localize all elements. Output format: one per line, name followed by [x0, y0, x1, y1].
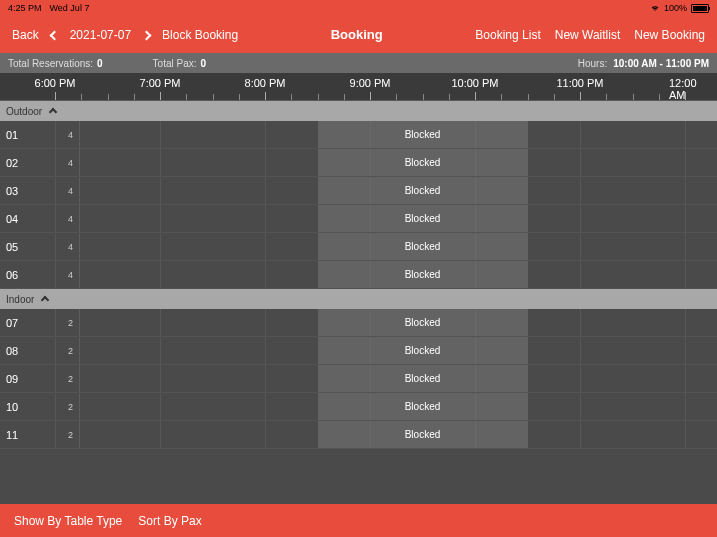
row-label: 082 — [0, 337, 80, 364]
reservations-value: 0 — [97, 58, 103, 69]
row-label: 112 — [0, 421, 80, 448]
blocked-range[interactable]: Blocked — [318, 177, 528, 204]
blocked-range[interactable]: Blocked — [318, 421, 528, 448]
info-bar: Total Reservations: 0 Total Pax: 0 Hours… — [0, 53, 717, 73]
booking-list-button[interactable]: Booking List — [475, 28, 540, 42]
row-label: 034 — [0, 177, 80, 204]
table-capacity: 4 — [68, 242, 73, 252]
status-date: Wed Jul 7 — [50, 3, 90, 13]
table-row[interactable]: 034Blocked — [0, 177, 717, 205]
table-capacity: 4 — [68, 130, 73, 140]
row-body[interactable]: Blocked — [80, 309, 717, 336]
table-capacity: 4 — [68, 214, 73, 224]
wifi-icon — [650, 4, 660, 12]
new-booking-button[interactable]: New Booking — [634, 28, 705, 42]
table-row[interactable]: 102Blocked — [0, 393, 717, 421]
hours-label: Hours: — [578, 58, 607, 69]
row-body[interactable]: Blocked — [80, 205, 717, 232]
table-row[interactable]: 044Blocked — [0, 205, 717, 233]
blocked-range[interactable]: Blocked — [318, 121, 528, 148]
nav-bar: Back 2021-07-07 Block Booking Booking Bo… — [0, 16, 717, 53]
timeline-header: 6:00 PM7:00 PM8:00 PM9:00 PM10:00 PM11:0… — [0, 73, 717, 101]
row-label: 024 — [0, 149, 80, 176]
table-row[interactable]: 092Blocked — [0, 365, 717, 393]
row-body[interactable]: Blocked — [80, 365, 717, 392]
prev-date-button[interactable] — [51, 28, 58, 42]
table-capacity: 2 — [68, 318, 73, 328]
time-label: 8:00 PM — [245, 77, 286, 89]
table-capacity: 4 — [68, 270, 73, 280]
section-header[interactable]: Outdoor — [0, 101, 717, 121]
date-picker[interactable]: 2021-07-07 — [70, 28, 131, 42]
row-label: 102 — [0, 393, 80, 420]
time-label: 11:00 PM — [556, 77, 603, 89]
block-booking-button[interactable]: Block Booking — [162, 28, 238, 42]
table-row[interactable]: 112Blocked — [0, 421, 717, 449]
time-label: 7:00 PM — [140, 77, 181, 89]
hours-value: 10:00 AM - 11:00 PM — [613, 58, 709, 69]
chevron-left-icon — [49, 30, 59, 40]
blocked-range[interactable]: Blocked — [318, 205, 528, 232]
table-row[interactable]: 072Blocked — [0, 309, 717, 337]
table-id: 09 — [6, 373, 18, 385]
table-id: 07 — [6, 317, 18, 329]
row-label: 092 — [0, 365, 80, 392]
battery-percent: 100% — [664, 3, 687, 13]
blocked-range[interactable]: Blocked — [318, 393, 528, 420]
bottom-bar: Show By Table Type Sort By Pax — [0, 504, 717, 537]
section-name: Outdoor — [6, 106, 42, 117]
time-label: 10:00 PM — [451, 77, 498, 89]
table-id: 05 — [6, 241, 18, 253]
table-row[interactable]: 054Blocked — [0, 233, 717, 261]
reservations-label: Total Reservations: — [8, 58, 93, 69]
table-id: 10 — [6, 401, 18, 413]
section-name: Indoor — [6, 294, 34, 305]
timeline-body[interactable]: Outdoor014Blocked024Blocked034Blocked044… — [0, 101, 717, 449]
table-capacity: 2 — [68, 374, 73, 384]
page-title: Booking — [238, 27, 475, 42]
back-button[interactable]: Back — [12, 28, 39, 42]
table-row[interactable]: 082Blocked — [0, 337, 717, 365]
blocked-range[interactable]: Blocked — [318, 365, 528, 392]
table-id: 11 — [6, 429, 18, 441]
row-body[interactable]: Blocked — [80, 393, 717, 420]
row-label: 054 — [0, 233, 80, 260]
table-row[interactable]: 024Blocked — [0, 149, 717, 177]
row-body[interactable]: Blocked — [80, 233, 717, 260]
table-row[interactable]: 014Blocked — [0, 121, 717, 149]
row-body[interactable]: Blocked — [80, 421, 717, 448]
row-body[interactable]: Blocked — [80, 337, 717, 364]
pax-label: Total Pax: — [153, 58, 197, 69]
row-label: 064 — [0, 261, 80, 288]
row-label: 072 — [0, 309, 80, 336]
table-capacity: 4 — [68, 158, 73, 168]
time-label: 6:00 PM — [35, 77, 76, 89]
chevron-up-icon — [49, 108, 57, 116]
status-time: 4:25 PM — [8, 3, 42, 13]
table-capacity: 2 — [68, 346, 73, 356]
row-body[interactable]: Blocked — [80, 149, 717, 176]
table-row[interactable]: 064Blocked — [0, 261, 717, 289]
new-waitlist-button[interactable]: New Waitlist — [555, 28, 621, 42]
battery-icon — [691, 4, 709, 13]
status-bar: 4:25 PM Wed Jul 7 100% — [0, 0, 717, 16]
table-id: 08 — [6, 345, 18, 357]
next-date-button[interactable] — [143, 28, 150, 42]
row-body[interactable]: Blocked — [80, 121, 717, 148]
table-capacity: 2 — [68, 430, 73, 440]
blocked-range[interactable]: Blocked — [318, 149, 528, 176]
blocked-range[interactable]: Blocked — [318, 233, 528, 260]
row-body[interactable]: Blocked — [80, 261, 717, 288]
section-header[interactable]: Indoor — [0, 289, 717, 309]
blocked-range[interactable]: Blocked — [318, 337, 528, 364]
table-id: 02 — [6, 157, 18, 169]
show-by-table-type-button[interactable]: Show By Table Type — [14, 514, 122, 528]
chevron-up-icon — [41, 296, 49, 304]
table-id: 04 — [6, 213, 18, 225]
sort-by-pax-button[interactable]: Sort By Pax — [138, 514, 201, 528]
row-body[interactable]: Blocked — [80, 177, 717, 204]
time-label: 9:00 PM — [350, 77, 391, 89]
blocked-range[interactable]: Blocked — [318, 261, 528, 288]
pax-value: 0 — [201, 58, 207, 69]
blocked-range[interactable]: Blocked — [318, 309, 528, 336]
